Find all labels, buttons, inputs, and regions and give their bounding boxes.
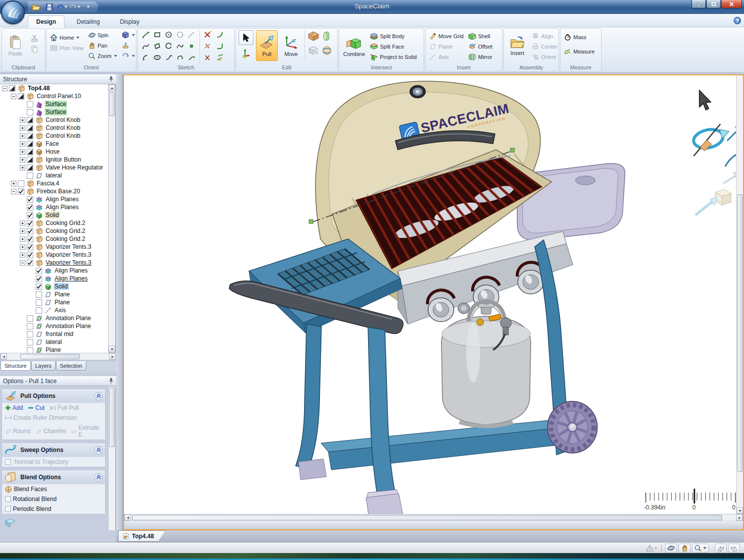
tree-item-label[interactable]: Align Planes	[54, 267, 89, 274]
collapse-chevron-icon[interactable]	[94, 446, 103, 454]
tree-item-label[interactable]: Firebox Base.20	[36, 188, 81, 195]
create-corner-button[interactable]	[216, 31, 225, 41]
tree-item-label[interactable]: Face	[45, 140, 60, 147]
collapse-chevron-icon[interactable]	[94, 392, 103, 400]
spin-button[interactable]: Spin	[87, 30, 118, 40]
rotate-view-button[interactable]	[121, 51, 136, 60]
sketch-sweep-arc-button[interactable]	[165, 54, 173, 63]
tree-item[interactable]: Align Planes	[0, 275, 116, 282]
panel-tab-selection[interactable]: Selection	[56, 361, 86, 371]
sketch-ellipse-button[interactable]	[153, 54, 161, 63]
tree-expander[interactable]	[20, 141, 25, 147]
panel-tab-structure[interactable]: Structure	[0, 361, 31, 371]
pull-button[interactable]: Pull	[256, 30, 278, 61]
redo-button[interactable]	[69, 2, 80, 12]
tree-item[interactable]: Cooking Grid.2	[0, 227, 116, 235]
normal-to-trajectory-checkbox[interactable]: Normal to Trajectory	[5, 458, 68, 465]
tree-item[interactable]: Annotation Plane	[0, 314, 116, 322]
sketch-spline-button[interactable]	[176, 42, 184, 52]
tree-item[interactable]: Plane	[0, 346, 116, 353]
tree-item-label[interactable]: Ignitor Button	[45, 156, 82, 163]
plan-view-button[interactable]: Plan View	[49, 43, 85, 53]
tree-checkbox[interactable]	[27, 244, 33, 250]
tree-checkbox[interactable]	[27, 228, 33, 234]
pull-add-option[interactable]: Add	[5, 404, 23, 411]
tree-expander[interactable]	[20, 117, 25, 123]
sketch-line-button[interactable]	[142, 31, 150, 41]
tree-item-label[interactable]: Axis	[54, 307, 67, 314]
rotate-pull-tool-icon[interactable]	[688, 122, 733, 156]
tree-item[interactable]: Control Knob	[0, 116, 116, 124]
home-button[interactable]: Home	[49, 33, 85, 42]
tree-item-label[interactable]: Align Planes	[45, 196, 80, 203]
tree-item[interactable]: Vaporizer Tents.3	[0, 243, 116, 251]
center-button[interactable]: Center	[531, 42, 558, 51]
tree-checkbox[interactable]	[36, 283, 42, 290]
tree-checkbox[interactable]	[27, 157, 33, 163]
cut-button[interactable]	[29, 33, 40, 43]
tree-item-label[interactable]: Plane	[54, 299, 71, 306]
tree-item-label[interactable]: Cooking Grid.2	[45, 220, 86, 226]
rotational-blend-checkbox[interactable]: Rotational Blend	[5, 496, 57, 503]
help-button[interactable]: ?	[734, 17, 741, 24]
tree-checkbox[interactable]	[18, 180, 24, 187]
up-to-tool-icon[interactable]	[695, 189, 731, 215]
tree-item-label[interactable]: Solid	[54, 283, 69, 290]
tree-item[interactable]: Surface	[0, 108, 116, 116]
combine-button[interactable]: Combine	[342, 30, 367, 61]
status-pan-button[interactable]	[679, 544, 690, 553]
customize-qat-button[interactable]	[82, 2, 93, 12]
tree-item[interactable]: Align Planes	[0, 267, 116, 275]
tree-item-label[interactable]: Cooking Grid.2	[45, 227, 86, 234]
tree-item[interactable]: Solid	[0, 282, 116, 290]
tree-item[interactable]: Plane	[0, 290, 116, 298]
tree-expander[interactable]	[20, 221, 25, 226]
pan-button[interactable]: Pan	[87, 41, 118, 50]
measure-button[interactable]: Measure	[563, 47, 596, 56]
tree-item-label[interactable]: Vaporizer Tents.3	[45, 259, 92, 266]
undo-button[interactable]	[57, 2, 67, 12]
tree-expander[interactable]	[2, 86, 7, 91]
previous-view-button[interactable]	[715, 544, 727, 553]
insert-axis-button[interactable]: Axis	[428, 52, 465, 61]
fill-button[interactable]	[308, 31, 319, 43]
move-grid-button[interactable]: Move Grid	[428, 31, 465, 41]
tree-item-label[interactable]: Plane	[54, 291, 71, 298]
tree-item[interactable]: Align Planes	[0, 203, 116, 211]
tree-item-label[interactable]: Align Planes	[54, 275, 89, 282]
tree-expander[interactable]	[20, 125, 25, 131]
collapse-chevron-icon[interactable]	[94, 473, 103, 482]
tree-checkbox[interactable]	[27, 117, 33, 123]
save-button[interactable]	[44, 2, 55, 12]
tree-checkbox[interactable]	[18, 93, 24, 100]
tree-item-label[interactable]: Cooking Grid.2	[45, 235, 86, 242]
periodic-blend-checkbox[interactable]: Periodic Blend	[5, 505, 51, 512]
tree-item[interactable]: Surface	[0, 100, 116, 108]
sketch-construction-line-button[interactable]	[187, 31, 195, 41]
panel-tab-layers[interactable]: Layers	[31, 361, 56, 371]
extrude-edge-option[interactable]: Extrude E	[71, 424, 102, 438]
tree-checkbox[interactable]	[27, 172, 33, 179]
tree-checkbox[interactable]	[27, 125, 33, 131]
sketch-rectangle-button[interactable]	[153, 31, 161, 41]
select-button[interactable]	[239, 30, 253, 45]
straight-pull-tool-icon[interactable]	[727, 124, 736, 141]
project-to-solid-button[interactable]: Project to Solid	[369, 52, 418, 61]
sketch-circle-button[interactable]	[165, 31, 173, 41]
offset-button[interactable]: Offset	[467, 42, 494, 51]
tree-expander[interactable]	[20, 252, 25, 258]
tree-item-label[interactable]: Control Panel.10	[36, 93, 82, 100]
tree-checkbox[interactable]	[36, 276, 42, 282]
blend-body-button[interactable]	[321, 46, 332, 57]
tree-expander[interactable]	[11, 94, 16, 99]
tree-checkbox[interactable]	[27, 347, 33, 353]
tree-item-label[interactable]: lateral	[45, 338, 63, 345]
tree-item[interactable]: Cooking Grid.2	[0, 235, 116, 243]
tree-item[interactable]: Control Knob	[0, 132, 116, 140]
tree-expander[interactable]	[20, 149, 25, 155]
tree-item[interactable]: Plane	[0, 298, 116, 306]
paste-button[interactable]: Paste	[4, 30, 26, 61]
blend-options-header[interactable]: Blend Options	[2, 470, 105, 484]
tree-checkbox[interactable]	[27, 149, 33, 155]
pull-cut-option[interactable]: Cut	[28, 404, 45, 411]
